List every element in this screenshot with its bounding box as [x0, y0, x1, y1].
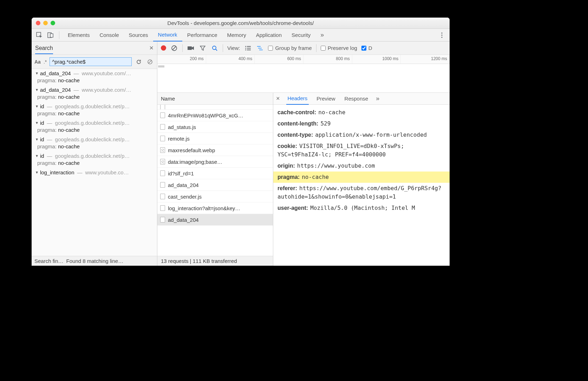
record-button[interactable]: [161, 45, 166, 51]
search-result[interactable]: ▼ log_interaction—www.youtube.co…: [32, 168, 157, 177]
tab-security[interactable]: Security: [287, 29, 315, 41]
group-by-frame-checkbox[interactable]: Group by frame: [268, 45, 312, 51]
search-header: Search ×: [32, 41, 157, 55]
search-icon[interactable]: [211, 44, 218, 52]
inspect-icon[interactable]: [34, 30, 44, 40]
preserve-log-checkbox[interactable]: Preserve log: [321, 45, 357, 51]
result-key: pragma:: [37, 77, 57, 83]
request-row[interactable]: maxresdefault.webp: [157, 144, 273, 156]
svg-point-4: [441, 34, 442, 35]
disclosure-icon: ▼: [35, 154, 39, 158]
search-result[interactable]: ▼ id—googleads.g.doubleclick.net/p…pragm…: [32, 118, 157, 135]
request-row[interactable]: data:image/png;base…: [157, 156, 273, 168]
preserve-log-input[interactable]: [321, 46, 326, 51]
request-row[interactable]: id?slf_rd=1: [157, 168, 273, 179]
request-row[interactable]: [157, 105, 273, 110]
result-name: ad_data_204: [40, 87, 71, 93]
clear-icon[interactable]: [146, 58, 154, 66]
result-name: id: [40, 153, 44, 159]
tab-elements[interactable]: Elements: [63, 29, 95, 41]
header-key: content-type:: [277, 132, 313, 138]
kebab-menu-icon[interactable]: [437, 30, 447, 40]
main-tabs: ElementsConsoleSourcesNetworkPerformance…: [32, 29, 450, 41]
result-key: pragma:: [37, 94, 57, 100]
minimize-icon[interactable]: [43, 21, 48, 25]
request-row[interactable]: remote.js: [157, 133, 273, 144]
tab-memory[interactable]: Memory: [222, 29, 251, 41]
search-panel: Search × Aa .* ▼ ad_data_204—www.youtube…: [32, 41, 157, 266]
search-result[interactable]: ▼ ad_data_204—www.youtube.com/…pragma: n…: [32, 69, 157, 85]
detail-tab-headers[interactable]: Headers: [286, 93, 309, 105]
header-row[interactable]: pragma:no-cache: [273, 172, 450, 183]
tab-performance[interactable]: Performance: [182, 29, 222, 41]
request-row[interactable]: ad_status.js: [157, 121, 273, 133]
filter-icon[interactable]: [199, 44, 207, 52]
result-domain: googleads.g.doubleclick.net/p…: [55, 120, 130, 126]
search-result[interactable]: ▼ id—googleads.g.doubleclick.net/p…pragm…: [32, 135, 157, 151]
close-detail-icon[interactable]: ×: [276, 95, 280, 102]
tab-network[interactable]: Network: [153, 29, 182, 41]
waterfall-view-icon[interactable]: [256, 44, 264, 52]
svg-rect-14: [247, 46, 251, 47]
svg-rect-15: [245, 48, 246, 49]
more-tabs-icon[interactable]: »: [317, 31, 327, 39]
request-row[interactable]: log_interaction?alt=json&key…: [157, 202, 273, 214]
result-domain: www.youtube.co…: [85, 169, 129, 175]
group-by-frame-input[interactable]: [268, 46, 273, 51]
timeline-tick: 1000 ms: [352, 55, 401, 64]
devtools-window: DevTools - developers.google.com/web/too…: [32, 18, 450, 266]
search-result[interactable]: ▼ id—googleads.g.doubleclick.net/p…pragm…: [32, 102, 157, 118]
search-tab-label[interactable]: Search: [35, 45, 53, 54]
timeline-tick: 800 ms: [303, 55, 352, 64]
header-row[interactable]: content-length:529: [273, 118, 450, 129]
divider: [316, 44, 316, 52]
disable-cache-input[interactable]: [361, 46, 366, 51]
request-row[interactable]: 4mrRnEPnWo81qWPG8_xcG…: [157, 110, 273, 121]
request-name: maxresdefault.webp: [168, 147, 215, 153]
svg-point-3: [441, 32, 442, 33]
detail-tabs: × HeadersPreviewResponse »: [273, 93, 450, 105]
result-name: id: [40, 103, 44, 109]
header-key: pragma:: [277, 174, 300, 180]
header-row[interactable]: user-agent:Mozilla/5.0 (Macintosh; Intel…: [273, 202, 450, 214]
header-row[interactable]: content-type:application/x-www-form-urle…: [273, 129, 450, 141]
timeline-overview[interactable]: [157, 64, 450, 93]
tab-sources[interactable]: Sources: [124, 29, 153, 41]
detail-tab-response[interactable]: Response: [343, 93, 370, 105]
match-case-icon[interactable]: Aa: [34, 59, 41, 65]
camera-icon[interactable]: [187, 44, 195, 52]
device-toggle-icon[interactable]: [46, 30, 55, 40]
result-value: no-cache: [58, 94, 80, 100]
request-row[interactable]: ad_data_204: [157, 179, 273, 191]
result-domain: googleads.g.doubleclick.net/p…: [55, 103, 130, 109]
result-name: ad_data_204: [40, 70, 71, 76]
close-search-icon[interactable]: ×: [149, 44, 153, 52]
disable-cache-checkbox[interactable]: D: [361, 45, 372, 51]
file-icon: [160, 147, 165, 153]
header-row[interactable]: origin:https://www.youtube.com: [273, 160, 450, 172]
search-status-bar: Search fin… Found 8 matching line…: [32, 256, 157, 266]
header-row[interactable]: cookie:VISITOR_INFO1_LIVE=dDk0-xTswPs; Y…: [273, 141, 450, 160]
request-row[interactable]: ad_data_204: [157, 214, 273, 226]
regex-icon[interactable]: .*: [44, 59, 47, 65]
clear-icon[interactable]: [170, 44, 178, 52]
name-column-header[interactable]: Name: [157, 93, 273, 105]
refresh-icon[interactable]: [135, 58, 143, 66]
search-result[interactable]: ▼ ad_data_204—www.youtube.com/…pragma: n…: [32, 85, 157, 102]
header-value: no-cache: [316, 109, 345, 116]
header-row[interactable]: referer:https://www.youtube.com/embed/G_…: [273, 183, 450, 202]
more-detail-icon[interactable]: »: [376, 95, 379, 102]
tab-console[interactable]: Console: [95, 29, 124, 41]
result-value: no-cache: [58, 160, 80, 166]
list-view-icon[interactable]: [244, 44, 252, 52]
result-domain: googleads.g.doubleclick.net/p…: [55, 153, 130, 159]
search-result[interactable]: ▼ id—googleads.g.doubleclick.net/p…pragm…: [32, 151, 157, 168]
tab-application[interactable]: Application: [251, 29, 287, 41]
close-icon[interactable]: [36, 21, 40, 25]
search-input[interactable]: [50, 57, 132, 66]
detail-tab-preview[interactable]: Preview: [315, 93, 337, 105]
svg-rect-16: [247, 48, 251, 49]
request-row[interactable]: cast_sender.js: [157, 191, 273, 202]
header-row[interactable]: cache-control:no-cache: [273, 107, 450, 118]
maximize-icon[interactable]: [51, 21, 55, 25]
